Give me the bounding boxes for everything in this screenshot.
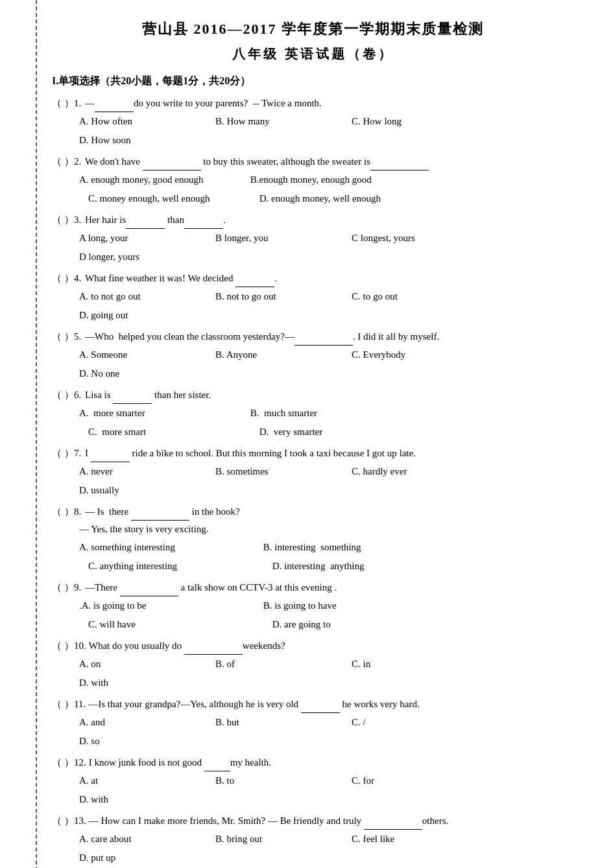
q5-num: ）5. — [64, 328, 82, 346]
q9-opts-row1: .A. is going to be B. is going to have — [79, 596, 574, 615]
q6-opt-b: B. much smarter — [250, 404, 419, 423]
q6-opts-row1: A. more smarter B. much smarter — [79, 404, 574, 423]
q12-opt-c: C. for — [352, 771, 468, 790]
q1-line: （ ）1. —do you write to your parents? -- … — [52, 95, 574, 112]
q11-options: A. and B. but C. / D. so — [52, 713, 574, 750]
q11-opt-a: A. and — [79, 713, 196, 732]
exam-page: 营山县 2016—2017 学年度第一学期期末质量检测 八年级 英语试题（卷） … — [0, 0, 613, 868]
q6-line: （ ）6. Lisa is than her sister. — [52, 386, 574, 404]
q3-num: ）3. — [64, 211, 82, 229]
q13-opt-a: A. care about — [79, 830, 196, 849]
q6-opt-d: D. very smarter — [259, 423, 428, 441]
question-10: （ ）10. What do you usually do weekends? … — [52, 637, 574, 692]
q1-opt-d: D. How soon — [79, 131, 196, 150]
q3-line: （ ）3. Her hair is than. — [52, 211, 574, 229]
q4-options: A. to not go out B. not to go out C. to … — [52, 287, 574, 324]
q13-opt-c: C. feel like — [352, 830, 468, 849]
q5-paren: （ — [52, 328, 62, 346]
q8-options: A. something interesting B. interesting … — [52, 538, 574, 575]
q10-line: （ ）10. What do you usually do weekends? — [52, 637, 574, 655]
q3-opt-d: D longer, yours — [79, 248, 196, 266]
q8-opt-d: D. interesting anything — [272, 557, 454, 576]
q2-opts-row2: C. money enough, well enough D. enough m… — [79, 189, 574, 208]
q7-options: A. never B. sometimes C. hardly ever D. … — [52, 462, 574, 499]
q12-paren: （ — [52, 754, 62, 771]
q5-opt-b: B. Anyone — [215, 346, 332, 364]
question-1: （ ）1. —do you write to your parents? -- … — [52, 95, 574, 149]
section1-title: I.单项选择（共20小题，每题1分，共20分） — [52, 75, 574, 88]
q7-paren: （ — [52, 445, 62, 462]
q7-num: ）7. — [64, 445, 82, 462]
q2-opt-c: C. money enough, well enough — [88, 189, 257, 208]
q1-opt-c: C. How long — [352, 112, 468, 131]
q1-options: A. How often B. How many C. How long D. … — [52, 112, 574, 149]
q10-text: What do you usually do weekends? — [89, 637, 285, 655]
q12-opt-b: B. to — [215, 771, 332, 790]
left-border-decoration — [36, 0, 37, 868]
q4-opt-c: C. to go out — [352, 287, 468, 306]
q8-num: ）8. — [64, 503, 82, 521]
question-2: （ ）2. We don't have to buy this sweater,… — [52, 153, 574, 207]
q4-opt-d: D. going out — [79, 306, 196, 325]
q10-opt-d: D. with — [79, 674, 196, 692]
q9-opt-a: .A. is going to be — [79, 596, 261, 615]
q5-options: A. Someone B. Anyone C. Everybody D. No … — [52, 346, 574, 382]
q2-opt-a: A. enough money, good enough — [79, 170, 248, 189]
q4-paren: （ — [52, 270, 62, 287]
q4-line: （ ）4. What fine weather it was! We decid… — [52, 270, 574, 287]
q11-opt-b: B. but — [215, 713, 332, 732]
q3-paren: （ — [52, 211, 62, 229]
q10-opt-c: C. in — [352, 655, 468, 674]
q8-paren: （ — [52, 503, 62, 521]
q10-options: A. on B. of C. in D. with — [52, 655, 574, 692]
question-4: （ ）4. What fine weather it was! We decid… — [52, 270, 574, 324]
question-7: （ ）7. I ride a bike to school. But this … — [52, 445, 574, 499]
q4-opt-b: B. not to go out — [215, 287, 332, 306]
q12-opt-d: D. with — [79, 790, 196, 809]
q11-paren: （ — [52, 696, 62, 713]
q11-text: —Is that your grandpa?—Yes, although he … — [88, 696, 419, 713]
q2-opt-b: B.enough money, enough good — [250, 170, 419, 189]
q13-num: ）13. — [64, 812, 86, 830]
q9-opts-row2: C. will have D. are going to — [79, 615, 574, 634]
q7-opt-d: D. usually — [79, 481, 196, 500]
question-11: （ ）11. —Is that your grandpa?—Yes, altho… — [52, 696, 574, 750]
q5-opt-d: D. No one — [79, 364, 196, 383]
q12-opt-a: A. at — [79, 771, 196, 790]
q8-subline: — Yes, the story is very exciting. — [52, 521, 574, 538]
q8-line: （ ）8. — Is there in the book? — [52, 503, 574, 521]
q4-text: What fine weather it was! We decided . — [85, 270, 277, 287]
q10-opt-b: B. of — [215, 655, 332, 674]
q4-num: ）4. — [64, 270, 82, 287]
q9-num: ）9. — [64, 579, 82, 596]
q12-line: （ ）12. I know junk food is not good my h… — [52, 754, 574, 771]
q5-opt-a: A. Someone — [79, 346, 196, 364]
q3-options: A long, your B longer, you C longest, yo… — [52, 229, 574, 266]
q9-line: （ ）9. —There a talk show on CCTV-3 at th… — [52, 579, 574, 596]
sub-title: 八年级 英语试题（卷） — [52, 45, 574, 63]
q8-opt-c: C. anything interesting — [88, 557, 270, 576]
q8-opts-row2: C. anything interesting D. interesting a… — [79, 557, 574, 576]
q13-line: （ ）13. — How can I make more friends, Mr… — [52, 812, 574, 830]
q11-line: （ ）11. —Is that your grandpa?—Yes, altho… — [52, 696, 574, 713]
q11-opt-d: D. so — [79, 732, 196, 751]
q13-text: — How can I make more friends, Mr. Smith… — [89, 812, 449, 830]
q13-options: A. care about B. bring out C. feel like … — [52, 830, 574, 867]
q13-opt-b: B. bring out — [215, 830, 332, 849]
q7-opt-b: B. sometimes — [215, 462, 332, 481]
q13-paren: （ — [52, 812, 62, 830]
question-3: （ ）3. Her hair is than. A long, your B l… — [52, 211, 574, 266]
q9-opt-d: D. are going to — [272, 615, 454, 634]
q1-paren: （ — [52, 95, 62, 112]
q9-text: —There a talk show on CCTV-3 at this eve… — [85, 579, 337, 596]
q1-opt-a: A. How often — [79, 112, 196, 131]
q6-text: Lisa is than her sister. — [85, 386, 211, 404]
q3-opt-a: A long, your — [79, 229, 196, 248]
question-12: （ ）12. I know junk food is not good my h… — [52, 754, 574, 808]
q6-num: ）6. — [64, 386, 82, 404]
q7-opt-a: A. never — [79, 462, 196, 481]
question-13: （ ）13. — How can I make more friends, Mr… — [52, 812, 574, 867]
q7-opt-c: C. hardly ever — [352, 462, 468, 481]
q1-text: —do you write to your parents? -- Twice … — [85, 95, 322, 112]
q9-paren: （ — [52, 579, 62, 596]
